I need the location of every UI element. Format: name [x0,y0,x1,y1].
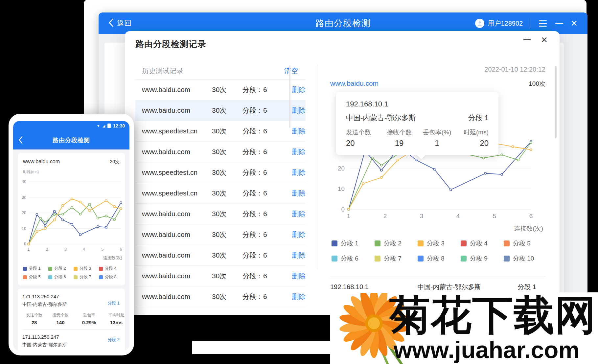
legend-item[interactable]: 分段 1 [23,266,48,271]
modal-close-icon[interactable]: ✕ [541,35,548,45]
detail-domain-link[interactable]: www.baidu.com [330,80,379,87]
history-count: 30次 [212,251,242,260]
legend-label: 分段 4 [105,266,116,271]
phone-domain: www.baidu.com [23,159,60,165]
legend-swatch-icon [74,275,78,279]
phone-screen: ▼ ◢ 12:30 路由分段检测 www.baidu.com 30次 时延(ms… [13,121,129,351]
phone-hop-entry[interactable]: 171.113.250.247 分段 1 中国-内蒙古-鄂尔多斯 发送个数 接受… [22,294,120,325]
delete-link[interactable]: 删除 [292,251,306,260]
clear-history-link[interactable]: 清空 [284,66,298,76]
legend-item[interactable]: 分段 1 [332,239,375,248]
legend-item[interactable]: 分段 4 [99,266,124,271]
phone-hop-ip: 171.113.250.247 [22,294,120,299]
phone-hop-segment[interactable]: 分段 2 [107,337,120,343]
legend-item[interactable]: 分段 2 [48,266,74,271]
legend-label: 分段 1 [341,239,358,248]
delete-link[interactable]: 删除 [292,106,306,115]
legend-swatch-icon [74,267,78,271]
menu-icon[interactable] [538,19,548,28]
history-row[interactable]: www.speedtest.cn30次分段：6删除 [135,162,306,183]
legend-item[interactable]: 分段 7 [375,254,418,263]
history-segments: 分段：6 [242,230,292,239]
phone-chart-legend: 分段 1分段 2分段 3分段 4分段 5分段 6分段 7分段 8 [23,266,124,283]
legend-item[interactable]: 分段 2 [375,239,418,248]
phone-hop-entry[interactable]: 171.113.250.247 分段 2 中国-内蒙古-鄂尔多斯 [22,334,120,348]
user-menu[interactable]: 用户128902 [475,19,523,28]
legend-item[interactable]: 分段 7 [74,274,99,280]
legend-swatch-icon [375,256,380,262]
history-row[interactable]: www.baidu.com30次分段：6删除 [135,100,306,121]
svg-text:30: 30 [22,195,26,200]
phone-back-icon[interactable] [18,136,23,145]
legend-swatch-icon [23,267,27,271]
delete-link[interactable]: 删除 [292,271,306,281]
phone-mockup: ▼ ◢ 12:30 路由分段检测 www.baidu.com 30次 时延(ms… [9,114,134,355]
history-row[interactable]: www.baidu.com30次分段：6删除 [135,204,306,224]
detail-scrollbar[interactable] [555,66,557,138]
legend-item[interactable]: 分段 5 [23,274,48,280]
delete-link[interactable]: 删除 [292,209,306,218]
modal-minimize-icon[interactable] [523,39,531,40]
legend-item[interactable]: 分段 8 [418,254,461,263]
history-count: 30次 [212,85,242,94]
legend-item[interactable]: 分段 3 [418,239,461,248]
phone-stat-label: 接受个数 [46,312,75,318]
svg-text:40: 40 [22,179,26,184]
history-count: 30次 [212,292,242,301]
phone-hop-location: 中国-内蒙古-鄂尔多斯 [22,302,120,307]
legend-label: 分段 9 [470,254,488,263]
history-row[interactable]: www.baidu.com30次分段：6删除 [135,286,306,307]
legend-label: 分段 3 [80,266,91,271]
history-segments: 分段：6 [242,147,292,156]
phone-hop-ip: 171.113.250.247 [22,334,120,340]
history-row[interactable]: www.speedtest.cn30次分段：6删除 [135,121,306,142]
legend-label: 分段 10 [513,254,534,263]
phone-chart-ylabel: 时延(ms) [23,169,39,175]
phone-stat-label: 平均时延 [103,312,129,318]
phone-stat-value: 13ms [103,320,129,325]
history-row[interactable]: www.baidu.com30次分段：6删除 [135,266,306,286]
legend-item[interactable]: 分段 8 [99,274,124,280]
history-scrollbar[interactable] [289,65,290,128]
history-row[interactable]: www.baidu.com30次分段：6删除 [135,224,306,245]
chart-legend: 分段 1分段 2分段 3分段 4分段 5分段 6分段 7分段 8分段 9分段 1… [332,239,547,269]
delete-link[interactable]: 删除 [292,147,306,156]
history-segments: 分段：6 [242,85,292,94]
phone-stat-label: 丢包率 [75,312,103,318]
legend-item[interactable]: 分段 9 [461,254,504,263]
legend-swatch-icon [461,256,467,262]
history-row[interactable]: www.speedtest.cn30次分段：6删除 [135,183,306,204]
delete-link[interactable]: 删除 [292,230,306,239]
history-row[interactable]: www.baidu.com30次分段：6删除 [135,80,306,100]
history-domain: www.baidu.com [142,272,212,280]
phone-latency-chart[interactable]: 010203040123456连接数(次) [18,174,125,264]
close-window-icon[interactable]: ✕ [570,19,578,28]
minimize-window-icon[interactable] [555,23,563,24]
delete-link[interactable]: 删除 [292,168,306,177]
history-segments: 分段：6 [242,126,292,136]
history-domain: www.speedtest.cn [142,189,212,197]
delete-link[interactable]: 删除 [292,126,306,136]
history-domain: www.baidu.com [142,210,212,218]
legend-item[interactable]: 分段 6 [332,254,375,263]
delete-link[interactable]: 删除 [292,189,306,198]
history-row[interactable]: www.baidu.com30次分段：6删除 [135,245,306,266]
phone-hop-segment[interactable]: 分段 1 [107,300,120,306]
legend-swatch-icon [418,240,424,246]
wifi-icon: ▼ [97,124,100,128]
history-count: 30次 [212,126,242,136]
legend-label: 分段 6 [54,274,66,280]
legend-item[interactable]: 分段 3 [74,266,99,271]
legend-item[interactable]: 分段 10 [504,254,547,263]
svg-text:0: 0 [341,206,345,213]
svg-text:1: 1 [347,213,351,219]
delete-link[interactable]: 删除 [292,292,306,301]
legend-item[interactable]: 分段 6 [48,274,74,280]
delete-link[interactable]: 删除 [292,85,306,94]
history-row[interactable]: www.baidu.com30次分段：6删除 [135,142,306,162]
tooltip-ip: 192.168.10.1 [346,100,489,108]
legend-item[interactable]: 分段 4 [461,239,504,248]
record-timestamp: 2022-01-10 12:20:12 [484,66,545,73]
legend-item[interactable]: 分段 5 [504,239,547,248]
svg-text:6: 6 [529,213,533,219]
